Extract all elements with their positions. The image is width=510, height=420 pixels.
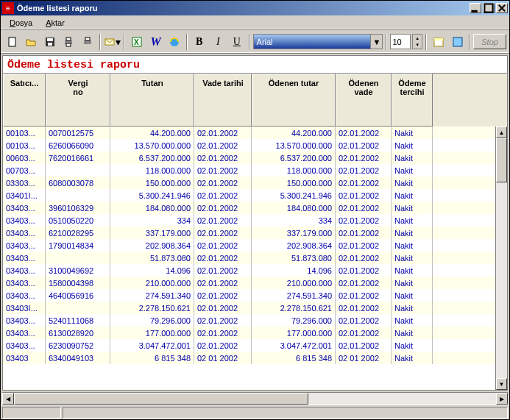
cell: 02.01.2002 <box>336 314 392 327</box>
status-pane <box>63 407 508 419</box>
calendar-icon[interactable] <box>430 33 447 51</box>
table-row[interactable]: 00703...118.000.00002.01.2002118.000.000… <box>3 164 507 177</box>
column-header-paidamount[interactable]: Ödenen tutar <box>252 74 336 127</box>
spinner-up-icon[interactable]: ▲ <box>413 35 422 42</box>
menu-file[interactable]: Dosya <box>4 17 38 29</box>
cell: 02.01.2002 <box>194 277 252 289</box>
table-row[interactable]: 03403...4640056916274.591.34002.01.20022… <box>3 289 507 302</box>
table-row[interactable]: 03403...51.873.08002.01.200251.873.08002… <box>3 252 507 264</box>
save-icon[interactable] <box>41 33 59 51</box>
column-header-paymethod[interactable]: Ödeme tercihi <box>392 74 433 127</box>
scroll-thumb[interactable] <box>496 138 507 182</box>
maximize-button[interactable] <box>483 3 495 13</box>
scroll-up-icon[interactable]: ▲ <box>496 127 507 138</box>
cell: 02.01.2002 <box>194 214 252 227</box>
stop-button: Stop <box>473 34 506 49</box>
cell: 02.01.2002 <box>194 239 252 252</box>
cell: 03403... <box>3 239 46 252</box>
svg-rect-1 <box>484 4 492 12</box>
scroll-down-icon[interactable]: ▼ <box>496 378 507 390</box>
cell: Nakit <box>392 189 433 202</box>
svg-rect-2 <box>9 38 15 46</box>
scroll-right-icon[interactable]: ▶ <box>496 393 508 405</box>
table-row[interactable]: 00603...76200166616.537.200.00002.01.200… <box>3 152 507 164</box>
vertical-scrollbar[interactable]: ▲ ▼ <box>495 127 507 390</box>
table-row[interactable]: 03403...3960106329184.080.00002.01.20021… <box>3 202 507 214</box>
toolbar-separator <box>99 34 101 50</box>
table-row[interactable]: 00103...626006609013.570.000.00002.01.20… <box>3 139 507 152</box>
cell: 274.591.340 <box>110 289 194 302</box>
font-name-select[interactable]: Arial ▼ <box>253 34 383 49</box>
column-header-paiddate[interactable]: Ödenen vade <box>336 74 392 127</box>
font-size-spinner[interactable]: ▲ ▼ <box>412 34 422 49</box>
cell: 6230090752 <box>46 339 110 352</box>
cell: 202.908.364 <box>110 239 194 252</box>
table-row[interactable]: 03403...6130028920177.000.00002.01.20021… <box>3 327 507 339</box>
table-row[interactable]: 03403...1580004398210.000.00002.01.20022… <box>3 277 507 289</box>
ie-icon[interactable] <box>166 33 183 51</box>
horizontal-scrollbar[interactable]: ◀ ▶ <box>2 392 508 405</box>
table-row[interactable]: 03403...6210028295337.179.00002.01.20023… <box>3 227 507 239</box>
cell: 51.873.080 <box>252 252 336 264</box>
toolbar-separator <box>425 34 427 50</box>
cell: 02.01.2002 <box>336 202 392 214</box>
column-header-taxno[interactable]: Vergi no <box>46 74 110 127</box>
cell: 5240111068 <box>46 314 110 327</box>
table-row[interactable]: 03403I...2.278.150.62102.01.20022.278.15… <box>3 302 507 314</box>
print-icon[interactable] <box>60 33 78 51</box>
cell <box>46 189 110 202</box>
column-header-amount[interactable]: Tutarı <box>110 74 194 127</box>
toolbar-separator <box>186 34 188 50</box>
italic-button[interactable]: I <box>209 33 227 51</box>
minimize-button[interactable] <box>470 3 481 13</box>
cell: 03403... <box>3 289 46 302</box>
svg-rect-8 <box>66 43 71 46</box>
menu-export[interactable]: Aktar <box>40 17 71 29</box>
settings-icon[interactable] <box>449 33 467 51</box>
toolbar-separator <box>124 34 125 50</box>
print-preview-icon[interactable] <box>79 33 96 51</box>
word-icon[interactable]: W <box>147 33 165 51</box>
excel-icon[interactable]: X <box>128 33 146 51</box>
report-title: Ödeme listesi raporu <box>2 55 508 73</box>
open-icon[interactable] <box>23 33 40 51</box>
table-row[interactable]: 0340363400491036 815 34802 01 20026 815 … <box>3 352 507 364</box>
cell: 4640056916 <box>46 289 110 302</box>
mail-icon[interactable]: ▾ <box>104 33 121 51</box>
table-row[interactable]: 03403...051005022033402.01.200233402.01.… <box>3 214 507 227</box>
cell: 79.296.000 <box>252 314 336 327</box>
hscroll-thumb[interactable] <box>14 393 308 405</box>
cell: 5.300.241.946 <box>110 189 194 202</box>
cell: 03403... <box>3 327 46 339</box>
column-header-seller[interactable]: Satıcı... <box>3 74 46 127</box>
table-row[interactable]: 03403...62300907523.047.472.00102.01.200… <box>3 339 507 352</box>
cell: 02.01.2002 <box>336 302 392 314</box>
bold-button[interactable]: B <box>191 33 208 51</box>
cell: Nakit <box>392 252 433 264</box>
close-button[interactable] <box>496 3 508 13</box>
cell: 6 815 348 <box>110 352 194 364</box>
cell: 202.908.364 <box>252 239 336 252</box>
table-row[interactable]: 03403...524011106879.296.00002.01.200279… <box>3 314 507 327</box>
cell: 03403... <box>3 314 46 327</box>
column-header-duedate[interactable]: Vade tarihi <box>194 74 252 127</box>
cell: 00603... <box>3 152 46 164</box>
cell: 02.01.2002 <box>336 177 392 189</box>
hscroll-track[interactable] <box>14 393 496 405</box>
font-size-input[interactable] <box>390 34 411 49</box>
table-row[interactable]: 03403...310004969214.09602.01.200214.096… <box>3 264 507 277</box>
underline-button[interactable]: U <box>228 33 246 51</box>
spinner-down-icon[interactable]: ▼ <box>413 42 422 49</box>
cell: 79.296.000 <box>110 314 194 327</box>
table-row[interactable]: 00103...007001257544.200.00002.01.200244… <box>3 127 507 139</box>
new-icon[interactable] <box>4 33 21 51</box>
cell: Nakit <box>392 202 433 214</box>
font-name-value: Arial <box>257 38 273 46</box>
table-row[interactable]: 03403...1790014834202.908.36402.01.20022… <box>3 239 507 252</box>
table-row[interactable]: 03401I...5.300.241.94602.01.20025.300.24… <box>3 189 507 202</box>
scroll-track[interactable] <box>496 182 507 378</box>
scroll-left-icon[interactable]: ◀ <box>2 393 14 405</box>
dropdown-icon[interactable]: ▼ <box>370 35 382 49</box>
table-row[interactable]: 03303...6080003078150.000.00002.01.20021… <box>3 177 507 189</box>
cell: 1580004398 <box>46 277 110 289</box>
